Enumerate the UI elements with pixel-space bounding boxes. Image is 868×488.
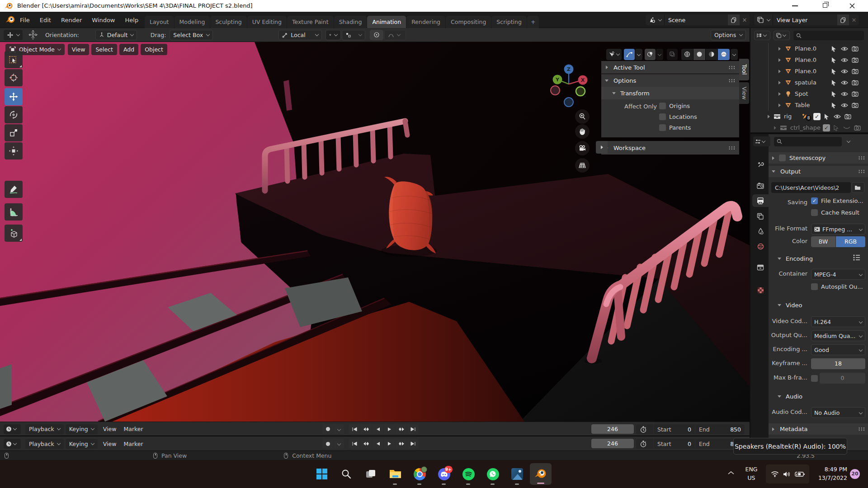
panel-active-tool[interactable]: Active Tool <box>601 61 739 74</box>
viewport-menu-view[interactable]: View <box>68 44 90 55</box>
shading-material-button[interactable] <box>706 49 717 60</box>
playback-menu[interactable]: Playback <box>25 439 64 449</box>
tray-expand-chevron[interactable] <box>727 470 735 476</box>
panel-workspace[interactable]: Workspace <box>601 141 739 155</box>
keyframe-interval-field[interactable]: 18 <box>811 358 865 369</box>
chrome-button[interactable] <box>411 465 428 483</box>
camera-visibility-icon[interactable] <box>852 46 859 52</box>
scene-selector[interactable]: Scene ✕ <box>646 14 750 25</box>
jump-end-button[interactable] <box>407 424 419 434</box>
overlays-toggle[interactable] <box>645 49 656 60</box>
audio-codec-dropdown[interactable]: No Audio <box>811 407 865 418</box>
tab-sculpting[interactable]: Sculpting <box>210 16 246 28</box>
keying-menu[interactable]: Keying <box>66 424 98 434</box>
navigation-gizmo[interactable]: Z Y X <box>542 58 597 112</box>
menu-window[interactable]: Window <box>92 17 115 23</box>
video-codec-dropdown[interactable]: H.264 <box>811 316 865 327</box>
container-dropdown[interactable]: MPEG-4 <box>811 269 865 280</box>
notification-badge[interactable]: 20 <box>850 469 860 479</box>
camera-visibility-icon[interactable] <box>852 69 859 74</box>
play-reverse-button[interactable] <box>372 439 383 449</box>
hide-eye-icon[interactable] <box>841 46 848 52</box>
panel-transform[interactable]: Transform <box>601 87 739 99</box>
tool-add-cube[interactable] <box>5 225 23 242</box>
tab-shading[interactable]: Shading <box>334 16 367 28</box>
camera-visibility-icon[interactable] <box>852 80 859 85</box>
jump-end-button[interactable] <box>407 439 419 449</box>
tool-select-box[interactable] <box>5 51 23 68</box>
panel-video[interactable]: Video <box>778 300 802 310</box>
hide-eye-icon[interactable] <box>841 69 848 74</box>
output-path-field[interactable]: C:\Users\Acer\Videos\2 <box>771 182 851 193</box>
timeline-editor-type[interactable] <box>4 439 21 449</box>
panel-output[interactable]: Output <box>769 166 868 177</box>
overlays-dropdown[interactable] <box>656 49 663 60</box>
xray-toggle[interactable] <box>667 49 678 60</box>
object-visibility-dropdown[interactable] <box>606 49 622 60</box>
use-preview-range-button[interactable] <box>636 424 653 434</box>
tab-scripting[interactable]: Scripting <box>491 16 527 28</box>
outliner-row-ctrl-shapes[interactable]: ctrl_shape ✓ <box>750 122 868 133</box>
pivot-dropdown[interactable]: Local <box>278 30 322 40</box>
properties-tab-world[interactable] <box>752 240 769 253</box>
properties-tab-output[interactable] <box>752 194 769 207</box>
properties-tab-tool[interactable] <box>752 158 769 171</box>
next-keyframe-button[interactable] <box>396 439 407 449</box>
select-arrow-icon[interactable] <box>831 46 837 52</box>
camera-visibility-icon[interactable] <box>844 114 851 119</box>
properties-tab-texture[interactable] <box>752 284 769 296</box>
select-arrow-icon[interactable] <box>833 125 839 131</box>
shading-rendered-button[interactable] <box>718 49 730 60</box>
outliner-display-mode[interactable] <box>754 31 770 40</box>
snap-toggle-button[interactable] <box>326 30 341 40</box>
hide-eye-icon[interactable] <box>841 103 848 108</box>
outliner-row-spot[interactable]: Spot <box>750 88 868 99</box>
panel-encoding[interactable]: Encoding <box>778 253 813 264</box>
view-layer-unlink-button[interactable]: ✕ <box>849 17 859 23</box>
photos-button[interactable] <box>509 465 526 483</box>
current-frame-field[interactable]: 246 <box>591 439 634 448</box>
tool-cursor[interactable] <box>5 69 23 86</box>
tool-transform[interactable] <box>5 142 23 160</box>
shading-solid-button[interactable] <box>693 49 705 60</box>
menu-file[interactable]: File <box>20 17 30 23</box>
outliner-row-plane2[interactable]: Plane.0 <box>750 54 868 66</box>
select-arrow-icon[interactable] <box>831 80 837 86</box>
camera-visibility-icon[interactable] <box>854 125 861 131</box>
viewport-menu-object[interactable]: Object <box>141 44 167 55</box>
hide-eye-icon[interactable] <box>841 57 848 63</box>
select-arrow-icon[interactable] <box>831 57 837 63</box>
panel-metadata[interactable]: Metadata <box>769 423 868 435</box>
properties-search[interactable] <box>774 137 842 146</box>
jump-start-button[interactable] <box>349 439 360 449</box>
marker-menu[interactable]: Marker <box>123 426 143 432</box>
output-quality-dropdown[interactable]: Medium Qua... <box>811 330 865 341</box>
end-frame-field[interactable]: End850 <box>695 424 745 434</box>
select-arrow-icon[interactable] <box>824 113 830 120</box>
collection-checkbox[interactable]: ✓ <box>813 113 821 120</box>
blender-menu-icon[interactable] <box>5 15 15 25</box>
start-frame-field[interactable]: Start0 <box>654 439 695 449</box>
properties-editor-type[interactable] <box>753 136 770 146</box>
outliner-row-plane3[interactable]: Plane.0 <box>750 66 868 77</box>
outliner-filter-button[interactable] <box>774 31 790 40</box>
outliner-row-table[interactable]: Table <box>750 99 868 111</box>
whatsapp-button[interactable] <box>484 465 501 483</box>
panel-stereoscopy[interactable]: Stereoscopy <box>769 152 868 164</box>
select-arrow-icon[interactable] <box>831 68 837 75</box>
properties-tab-object[interactable] <box>752 261 769 274</box>
record-dropdown[interactable] <box>334 424 344 434</box>
orientation-dropdown[interactable]: Default <box>95 30 137 40</box>
parents-checkbox[interactable]: Parents <box>659 124 691 131</box>
maxb-field[interactable]: 0 <box>820 373 865 384</box>
tab-texture-paint[interactable]: Texture Paint <box>287 16 334 28</box>
search-button[interactable] <box>338 465 355 483</box>
camera-view-button[interactable] <box>575 141 590 155</box>
hide-eye-closed-icon[interactable] <box>843 125 850 131</box>
record-button[interactable] <box>322 439 334 449</box>
gizmo-toggle[interactable] <box>624 49 635 60</box>
tool-rotate[interactable] <box>5 106 23 123</box>
panel-grip[interactable] <box>728 79 736 83</box>
blender-taskbar-active[interactable] <box>530 463 552 485</box>
locations-checkbox[interactable]: Locations <box>659 113 697 120</box>
